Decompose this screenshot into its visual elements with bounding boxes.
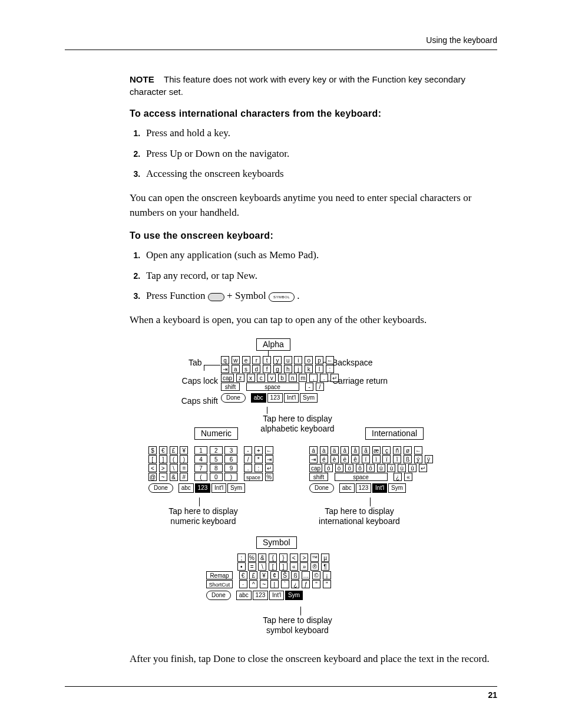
kbd-key: 9 xyxy=(224,464,237,472)
kbd-key: ç xyxy=(382,446,391,454)
kbd-key-shift: shift xyxy=(221,383,240,391)
kbd-key: ú xyxy=(377,464,385,472)
steps-intl: Press and hold a key. Press Up or Down o… xyxy=(130,126,497,182)
kbd-key: : xyxy=(254,464,263,472)
kbd-key: ò xyxy=(335,464,343,472)
step-item: Press Function + Symbol SYMBOL . xyxy=(143,289,497,304)
kbd-key: ( xyxy=(194,473,207,481)
kbd-key: u xyxy=(284,356,292,364)
kbd-key: Š xyxy=(281,571,289,579)
kbd-key: [ xyxy=(148,455,157,463)
kbd-key: . xyxy=(244,464,252,472)
diagram-label-caps-shift: Caps shift xyxy=(177,396,218,406)
symbol-key-icon: SYMBOL xyxy=(269,292,295,302)
kbd-key: / xyxy=(244,455,252,463)
kbd-key: > xyxy=(159,464,167,472)
kbd-key: * xyxy=(254,455,263,463)
kbd-key: @ xyxy=(148,473,157,481)
kbd-key-backspace: ← xyxy=(265,446,273,454)
kbd-key: 5 xyxy=(210,455,223,463)
kbd-mode-sym: Sym xyxy=(300,393,318,403)
kbd-key: ¥ xyxy=(180,446,188,454)
caption-symbol: Tap here to displaysymbol keyboard xyxy=(253,615,342,636)
kbd-key: á xyxy=(309,446,318,454)
kbd-key: © xyxy=(312,571,320,579)
kbd-key: % xyxy=(248,554,256,562)
diagram-label-caps-lock: Caps lock xyxy=(177,376,218,386)
kbd-mode-123: 123 xyxy=(253,591,269,600)
kbd-key: n xyxy=(289,374,297,382)
kbd-key: ß xyxy=(291,571,299,579)
body-paragraph: After you finish, tap Done to close the … xyxy=(130,652,497,667)
kbd-key: 6 xyxy=(224,455,237,463)
kbd-key: 1 xyxy=(194,446,207,454)
kbd-key: ] xyxy=(159,455,167,463)
kbd-key: " xyxy=(312,580,320,588)
kbd-key: ñ xyxy=(393,446,401,454)
kbd-key-shift: shift xyxy=(309,473,328,481)
kbd-key: o xyxy=(305,356,313,364)
note-block: NOTE This feature does not work with eve… xyxy=(130,73,497,98)
kbd-mode-intl: Int'l xyxy=(284,393,299,403)
step-item: Press Up or Down on the navigator. xyxy=(143,147,497,162)
kbd-key: ; xyxy=(237,554,246,562)
kbd-mode-123: 123 xyxy=(356,483,372,493)
content-area: NOTE This feature does not work with eve… xyxy=(130,73,497,666)
step-item: Accessing the onscreen keyboards xyxy=(143,167,497,182)
running-title: Using the keyboard xyxy=(426,35,497,45)
kbd-mode-123: 123 xyxy=(195,483,211,493)
kbd-mode-sym: Sym xyxy=(285,591,303,600)
kbd-key-backspace: ← xyxy=(414,446,422,454)
kbd-key: ƒ xyxy=(302,580,310,588)
kbd-done-button: Done xyxy=(148,483,173,493)
kbd-key: · xyxy=(239,580,247,588)
international-keyboard: á à ä â å ã æ ç ñ ø ← ⇥ é è ë ê xyxy=(309,446,434,493)
body-paragraph: You can open the onscreen keyboards anyt… xyxy=(130,191,497,220)
kbd-key: = xyxy=(180,464,188,472)
diagram-label-alpha: Alpha xyxy=(256,338,290,351)
kbd-key: ™ xyxy=(310,554,319,562)
caption-text: Tap here to displaynumeric keyboard xyxy=(168,506,238,526)
kbd-mode-intl: Int'l xyxy=(372,483,387,493)
function-key-icon xyxy=(208,293,224,301)
steps-onscreen: Open any application (such as Memo Pad).… xyxy=(130,248,497,304)
kbd-key: 3 xyxy=(224,446,237,454)
kbd-key: - xyxy=(305,383,313,391)
step3-suffix: . xyxy=(297,290,299,301)
diagram-label-numeric: Numeric xyxy=(194,427,238,440)
caption-text: Tap here to displayalphabetic keyboard xyxy=(260,414,334,434)
keyboard-diagram: Alpha Tab Backspace Caps lock Carriage r… xyxy=(130,338,497,645)
kbd-key: \ xyxy=(170,464,178,472)
kbd-key: e xyxy=(242,356,250,364)
kbd-key: $ xyxy=(148,446,157,454)
kbd-key: € xyxy=(159,446,167,454)
kbd-mode-intl: Int'l xyxy=(269,591,284,600)
kbd-mode-abc: abc xyxy=(236,591,252,600)
kbd-key: ô xyxy=(356,464,364,472)
kbd-key: å xyxy=(351,446,359,454)
kbd-mode-sym: Sym xyxy=(227,483,245,493)
caption-text: Tap here to displaysymbol keyboard xyxy=(263,615,332,635)
kbd-key: æ xyxy=(372,446,381,454)
kbd-key: < xyxy=(290,554,298,562)
kbd-key: c xyxy=(257,374,265,382)
kbd-key-tab: ⇥ xyxy=(265,455,273,463)
kbd-key: '' xyxy=(323,580,331,588)
page-number-value: 21 xyxy=(488,690,497,700)
kbd-key: â xyxy=(340,446,349,454)
kbd-key: ö xyxy=(345,464,353,472)
kbd-key: w xyxy=(232,356,240,364)
kbd-key: { xyxy=(269,554,277,562)
kbd-key: + xyxy=(254,446,263,454)
kbd-key: ¿ xyxy=(394,473,402,481)
kbd-key: > xyxy=(300,554,308,562)
kbd-key-cap: cap xyxy=(221,374,234,382)
kbd-mode-abc: abc xyxy=(251,393,266,403)
kbd-key: à xyxy=(320,446,328,454)
caption-numeric: Tap here to displaynumeric keyboard xyxy=(159,506,247,527)
heading-intl-chars: To access international characters from … xyxy=(130,108,497,119)
kbd-key: - xyxy=(244,446,252,454)
kbd-key: / xyxy=(316,383,324,391)
kbd-key-cap: cap xyxy=(309,464,322,472)
kbd-key: v xyxy=(267,374,276,382)
